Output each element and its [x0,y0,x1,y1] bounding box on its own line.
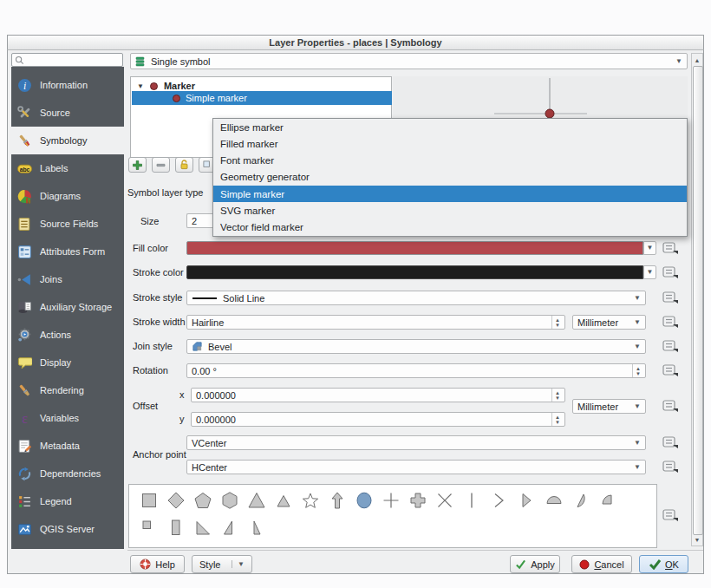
shape-half-square[interactable] [166,517,186,538]
dropdown-option-vector-field-marker[interactable]: Vector field marker [213,219,687,236]
sidebar-item-information[interactable]: i Information [11,71,124,99]
add-symbol-layer-button[interactable] [128,157,147,173]
sidebar-item-joins[interactable]: Joins [11,265,124,293]
sidebar-item-source[interactable]: Source [11,99,124,127]
rotation-spinbox[interactable]: 0.00 ° ▲▼ [186,363,646,378]
shape-third-circle[interactable] [571,490,591,511]
shape-arrowhead[interactable] [488,490,509,511]
dropdown-option-geometry-generator[interactable]: Geometry generator [213,169,687,186]
spinner-buttons[interactable]: ▲▼ [632,364,641,377]
sidebar-item-source-fields[interactable]: Source Fields [11,210,124,238]
sidebar-item-variables[interactable]: ε Variables [11,404,124,432]
stroke-width-unit-combobox[interactable]: Millimeter ▼ [572,315,646,330]
shape-diamond[interactable] [166,490,186,511]
shape-cross2[interactable] [434,490,455,511]
sidebar-item-metadata[interactable]: Metadata [11,432,124,460]
spinner-buttons[interactable]: ▲▼ [551,316,560,329]
sidebar-item-symbology[interactable]: Symbology [11,127,124,154]
shape-cross-fill[interactable] [408,490,428,511]
help-button-label: Help [155,559,175,570]
ok-button[interactable]: OK [639,555,688,573]
spinner-buttons[interactable]: ▲▼ [551,413,560,426]
shape-triangle[interactable] [246,490,267,511]
sidebar-item-actions[interactable]: Actions [11,321,124,349]
shape-left-half-triangle[interactable] [246,517,267,538]
sidebar-item-display[interactable]: Display [11,349,124,376]
stroke-color-dropdown-button[interactable]: ▼ [643,265,656,279]
shape-quarter-circle[interactable] [597,490,618,511]
offset-x-spinbox[interactable]: 0.000000 ▲▼ [191,388,565,402]
shape-equilateral-triangle[interactable] [273,490,294,511]
dialog-titlebar[interactable]: Layer Properties - places | Symbology [7,35,704,50]
offset-unit-combobox[interactable]: Millimeter ▼ [572,399,646,414]
style-button[interactable]: Style ▼ [192,555,252,573]
fill-color-button[interactable] [186,241,643,255]
expander-icon[interactable]: ▼ [137,82,144,90]
search-input[interactable] [24,55,114,66]
fill-color-dropdown-button[interactable]: ▼ [643,241,656,255]
renderer-combobox[interactable]: Single symbol ▼ [130,53,688,69]
offset-y-spinbox[interactable]: 0.000000 ▲▼ [191,412,565,427]
help-button[interactable]: Help [130,555,185,573]
shape-circle-selected[interactable] [354,490,375,511]
shape-filled-arrowhead[interactable] [515,490,536,511]
size-spinbox[interactable]: 2 [186,213,214,228]
anchor-horizontal-combobox[interactable]: HCenter ▼ [186,460,646,474]
dropdown-option-ellipse-marker[interactable]: Ellipse marker [213,119,687,135]
data-defined-override-icon[interactable] [660,507,681,523]
dropdown-option-svg-marker[interactable]: SVG marker [213,202,687,219]
data-defined-override-icon[interactable] [660,434,681,450]
sidebar-item-diagrams[interactable]: Diagrams [11,182,124,210]
sidebar-item-legend[interactable]: Legend [11,487,124,515]
sidebar-item-rendering[interactable]: Rendering [11,376,124,404]
cancel-button[interactable]: Cancel [571,555,632,573]
remove-symbol-layer-button[interactable] [152,157,170,173]
data-defined-override-icon[interactable] [660,338,681,354]
sidebar-item-qgis-server[interactable]: QGIS Server [11,515,124,543]
dropdown-option-filled-marker[interactable]: Filled marker [213,135,687,152]
shape-star[interactable] [300,490,321,511]
chevron-down-icon[interactable]: ▼ [232,560,245,568]
sidebar-item-dependencies[interactable]: Dependencies [11,460,124,487]
sidebar-item-label: Symbology [40,135,87,146]
stroke-color-button[interactable] [186,265,643,279]
join-style-value: Bevel [208,342,232,352]
shape-line[interactable] [461,490,482,511]
sidebar-item-label: Variables [40,413,79,423]
sidebar-item-attributes-form[interactable]: Attributes Form [11,238,124,265]
data-defined-override-icon[interactable] [660,398,681,414]
main-scrollbar[interactable]: ▲ ▼ [691,53,703,546]
anchor-vertical-combobox[interactable]: VCenter ▼ [186,435,646,450]
sidebar-item-labels[interactable]: abc Labels [11,154,124,182]
shape-right-half-triangle[interactable] [219,517,240,538]
shape-square[interactable] [139,490,160,511]
spinner-buttons[interactable]: ▲▼ [551,389,560,402]
data-defined-override-icon[interactable] [660,290,681,305]
join-style-combobox[interactable]: Bevel ▼ [186,339,646,354]
data-defined-override-icon[interactable] [660,459,681,474]
shape-cross[interactable] [381,490,401,511]
sidebar-item-auxiliary-storage[interactable]: Auxiliary Storage [11,293,124,321]
tree-label: Simple marker [186,93,247,103]
tree-row-simple-marker[interactable]: Simple marker [132,91,392,105]
apply-button[interactable]: Apply [510,555,560,573]
data-defined-override-icon[interactable] [660,240,681,256]
shape-semi-circle[interactable] [544,490,564,511]
stroke-width-spinbox[interactable]: Hairline ▲▼ [186,315,565,330]
stroke-style-combobox[interactable]: Solid Line ▼ [186,291,646,305]
chevron-down-icon: ▼ [634,319,641,326]
scroll-up-icon[interactable]: ▲ [692,55,702,65]
lock-colors-button[interactable] [175,157,193,173]
shape-arrow[interactable] [327,490,348,511]
shape-diagonal-half-square[interactable] [192,517,213,538]
scrollbar-handle[interactable] [693,66,703,535]
data-defined-override-icon[interactable] [660,363,681,378]
data-defined-override-icon[interactable] [660,265,681,280]
data-defined-override-icon[interactable] [660,314,681,330]
dropdown-option-font-marker[interactable]: Font marker [213,153,687,169]
shape-hexagon[interactable] [219,490,240,511]
shape-quarter-square[interactable] [139,517,160,538]
scroll-down-icon[interactable]: ▼ [692,534,702,545]
shape-pentagon[interactable] [192,490,213,511]
dropdown-option-simple-marker[interactable]: Simple marker [213,186,687,202]
